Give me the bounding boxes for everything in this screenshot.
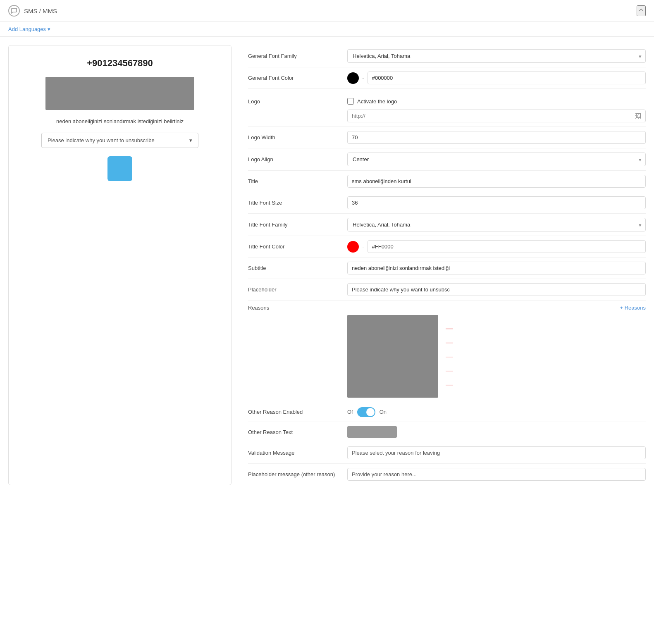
toggle-off-label: Of bbox=[347, 409, 353, 415]
chevron-down-icon: ▾ bbox=[48, 26, 50, 32]
placeholder-control bbox=[347, 283, 646, 296]
title-color-input-group: - bbox=[347, 240, 646, 253]
reasons-label: Reasons bbox=[248, 305, 347, 311]
preview-panel: +901234567890 neden aboneliğinizi sonlan… bbox=[8, 45, 232, 485]
title-font-color-control: - bbox=[347, 240, 646, 253]
placeholder-label: Placeholder bbox=[248, 286, 347, 293]
general-font-color-row: General Font Color - bbox=[248, 67, 646, 89]
title-font-color-dot[interactable] bbox=[347, 241, 359, 253]
title-control bbox=[347, 175, 646, 188]
subtitle-label: Subtitle bbox=[248, 265, 347, 271]
logo-align-select[interactable]: Center Left Right bbox=[347, 153, 646, 166]
placeholder-row: Placeholder bbox=[248, 279, 646, 301]
title-font-family-select[interactable]: Helvetica, Arial, Tohama bbox=[347, 218, 646, 231]
sms-icon bbox=[8, 5, 20, 17]
other-reason-text-row: Other Reason Text bbox=[248, 422, 646, 442]
logo-width-input[interactable] bbox=[347, 131, 646, 144]
general-font-color-hex-input[interactable] bbox=[368, 72, 646, 84]
title-font-size-control bbox=[347, 196, 646, 209]
logo-align-label: Logo Align bbox=[248, 156, 347, 162]
toolbar: Add Languages ▾ bbox=[0, 22, 654, 37]
placeholder-other-reason-label: Placeholder message (other reason) bbox=[248, 471, 347, 477]
color-input-group: - bbox=[347, 72, 646, 84]
title-font-color-row: Title Font Color - bbox=[248, 236, 646, 258]
logo-width-row: Logo Width bbox=[248, 127, 646, 148]
title-font-family-row: Title Font Family Helvetica, Arial, Toha… bbox=[248, 214, 646, 236]
logo-url-input[interactable] bbox=[347, 110, 646, 122]
chevron-down-icon: ▾ bbox=[189, 137, 192, 143]
other-reason-text-value bbox=[347, 426, 397, 438]
placeholder-other-reason-input[interactable] bbox=[347, 468, 646, 481]
title-font-size-row: Title Font Size bbox=[248, 192, 646, 214]
main-container: SMS / MMS Add Languages ▾ +901234567890 … bbox=[0, 0, 654, 644]
add-reasons-label: + Reasons bbox=[620, 305, 646, 311]
title-font-family-select-wrapper: Helvetica, Arial, Tohama bbox=[347, 218, 646, 231]
general-font-color-dot[interactable] bbox=[347, 72, 359, 84]
other-reason-enabled-row: Other Reason Enabled Of On bbox=[248, 402, 646, 422]
preview-subtitle: neden aboneliğinizi sonlandırmak istediğ… bbox=[56, 118, 184, 124]
color-separator: - bbox=[362, 75, 364, 81]
title-label: Title bbox=[248, 178, 347, 184]
logo-align-control: Center Left Right bbox=[347, 153, 646, 166]
logo-control: Activate the logo bbox=[347, 98, 646, 105]
title-color-separator: - bbox=[362, 243, 364, 250]
activate-logo-checkbox-row: Activate the logo bbox=[347, 98, 397, 105]
preview-phone: +901234567890 bbox=[87, 58, 153, 69]
preview-submit-button bbox=[107, 156, 132, 181]
logo-align-select-wrapper: Center Left Right bbox=[347, 153, 646, 166]
title-input[interactable] bbox=[347, 175, 646, 188]
reasons-header: Reasons + Reasons bbox=[248, 305, 646, 311]
logo-width-control bbox=[347, 131, 646, 144]
validation-message-row: Validation Message bbox=[248, 442, 646, 464]
add-languages-button[interactable]: Add Languages ▾ bbox=[8, 26, 50, 32]
delete-reason-4-button[interactable]: — bbox=[442, 366, 456, 375]
delete-reason-5-button[interactable]: — bbox=[442, 380, 456, 389]
other-reason-toggle[interactable] bbox=[357, 407, 375, 417]
logo-url-row: 🖼 bbox=[248, 110, 646, 122]
general-font-family-row: General Font Family Helvetica, Arial, To… bbox=[248, 45, 646, 67]
title-font-size-input[interactable] bbox=[347, 196, 646, 209]
other-reason-text-label: Other Reason Text bbox=[248, 429, 347, 435]
validation-message-input[interactable] bbox=[347, 446, 646, 459]
delete-reason-1-button[interactable]: — bbox=[442, 324, 456, 333]
delete-reason-3-button[interactable]: — bbox=[442, 352, 456, 361]
subtitle-control bbox=[347, 262, 646, 274]
logo-label: Logo bbox=[248, 98, 347, 105]
validation-message-control bbox=[347, 446, 646, 459]
title-font-family-control: Helvetica, Arial, Tohama bbox=[347, 218, 646, 231]
general-font-color-control: - bbox=[347, 72, 646, 84]
general-font-family-select-wrapper: Helvetica, Arial, Tohama bbox=[347, 49, 646, 63]
placeholder-other-reason-control bbox=[347, 468, 646, 481]
title-row: Title bbox=[248, 171, 646, 192]
reasons-delete-buttons: — — — — — bbox=[442, 315, 456, 398]
general-font-family-select[interactable]: Helvetica, Arial, Tohama bbox=[347, 49, 646, 63]
add-reasons-button[interactable]: + Reasons bbox=[620, 305, 646, 311]
preview-logo-placeholder bbox=[45, 77, 194, 110]
collapse-button[interactable] bbox=[637, 5, 646, 16]
activate-logo-checkbox[interactable] bbox=[347, 98, 354, 105]
logo-row: Logo Activate the logo 🖼 bbox=[248, 89, 646, 127]
reasons-row: Reasons + Reasons — — — — — bbox=[248, 301, 646, 402]
content-area: +901234567890 neden aboneliğinizi sonlan… bbox=[0, 37, 654, 494]
subtitle-row: Subtitle bbox=[248, 258, 646, 279]
reasons-add-area: + Reasons bbox=[347, 305, 646, 311]
title-font-size-label: Title Font Size bbox=[248, 200, 347, 206]
other-reason-enabled-label: Other Reason Enabled bbox=[248, 409, 347, 415]
placeholder-input[interactable] bbox=[347, 283, 646, 296]
toggle-on-label: On bbox=[380, 409, 387, 415]
reasons-list-area: — — — — — bbox=[347, 315, 646, 398]
activate-logo-text: Activate the logo bbox=[357, 98, 397, 105]
general-font-color-label: General Font Color bbox=[248, 75, 347, 81]
subtitle-input[interactable] bbox=[347, 262, 646, 274]
other-reason-text-control bbox=[347, 426, 646, 438]
reasons-image-placeholder bbox=[347, 315, 438, 398]
placeholder-other-reason-row: Placeholder message (other reason) bbox=[248, 464, 646, 485]
validation-message-label: Validation Message bbox=[248, 450, 347, 456]
header-left: SMS / MMS bbox=[8, 5, 57, 17]
general-font-family-control: Helvetica, Arial, Tohama bbox=[347, 49, 646, 63]
title-font-color-hex-input[interactable] bbox=[368, 240, 646, 253]
header-title: SMS / MMS bbox=[24, 7, 57, 14]
preview-dropdown[interactable]: Please indicate why you want to unsubscr… bbox=[41, 133, 198, 148]
delete-reason-2-button[interactable]: — bbox=[442, 338, 456, 347]
logo-align-row: Logo Align Center Left Right bbox=[248, 148, 646, 171]
